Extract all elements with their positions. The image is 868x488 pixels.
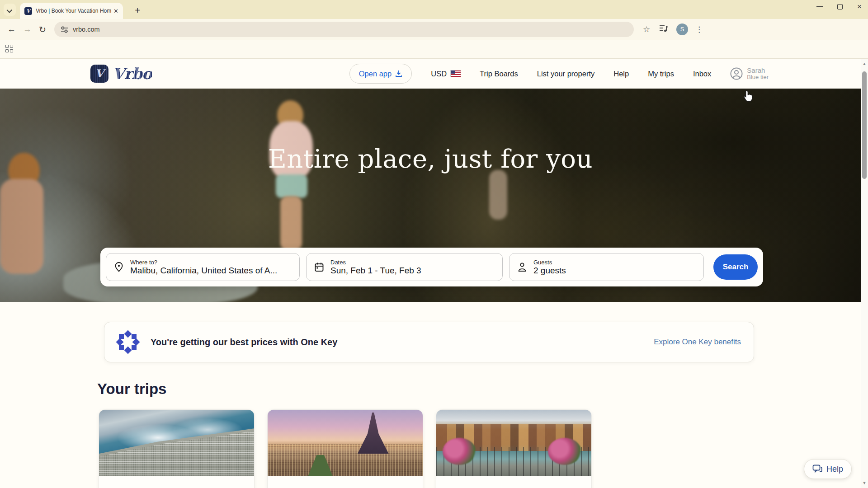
new-tab-button[interactable]: + [131,4,144,17]
window-controls: × [816,3,862,10]
trip-image-amsterdam [436,410,591,476]
scroll-down-icon[interactable]: ▼ [861,481,868,485]
maximize-icon[interactable] [837,4,843,9]
browser-window: V Vrbo | Book Your Vacation Hom ✕ + × ← … [0,0,868,488]
account-name: Sarah [747,66,769,74]
vrbo-favicon-icon: V [24,7,32,15]
dates-field[interactable]: Dates Sun, Feb 1 - Tue, Feb 3 [306,253,503,281]
account-menu[interactable]: Sarah Blue tier [730,66,769,81]
trip-card-paris[interactable]: Paris [267,409,423,488]
scrollbar-thumb[interactable] [862,71,867,179]
apps-grid-icon[interactable] [5,45,14,53]
vrbo-wordmark: Vrbo [113,66,152,81]
hero-banner: Entire place, just for you Where to? Mal… [0,89,861,302]
tab-strip: V Vrbo | Book Your Vacation Hom ✕ + × [0,0,868,19]
account-text: Sarah Blue tier [747,66,769,81]
browser-menu-icon[interactable]: ⋮ [695,25,703,34]
person-circle-icon [730,67,743,80]
search-bar: Where to? Malibu, California, United Sta… [100,248,763,286]
trip-card-los-angeles[interactable]: Los Angeles [99,409,255,488]
destination-label: Where to? [130,259,277,266]
hero-headline: Entire place, just for you [0,144,861,174]
search-button[interactable]: Search [713,254,758,280]
help-label: Help [826,465,843,474]
tab-title: Vrbo | Book Your Vacation Hom [36,8,112,14]
trip-image-paris [268,410,423,476]
tab-search-button[interactable] [4,4,16,16]
guests-label: Guests [533,259,566,266]
page-scrollbar[interactable]: ▲ ▼ [861,59,868,488]
destination-field[interactable]: Where to? Malibu, California, United Sta… [106,253,300,281]
vrbo-logo-icon: V [90,65,108,83]
browser-tab[interactable]: V Vrbo | Book Your Vacation Hom ✕ [20,3,123,19]
download-icon [395,70,402,77]
hero-photo-figure [0,179,43,274]
currency-label: USD [431,70,447,78]
trip-image-detail [308,455,333,476]
address-bar[interactable]: vrbo.com [54,22,634,37]
back-icon[interactable]: ← [7,24,16,34]
trip-image-detail [443,438,476,465]
trip-image-detail [548,438,581,465]
minimize-icon[interactable] [816,6,823,7]
one-key-logo-icon [117,331,139,353]
nav-trip-boards[interactable]: Trip Boards [480,70,518,78]
your-trips-title: Your trips [97,380,166,398]
guest-person-icon [517,262,528,272]
vrbo-page: V Vrbo Open app USD Trip Boards List you… [0,59,861,488]
url-text: vrbo.com [73,26,100,33]
guests-field[interactable]: Guests 2 guests [509,253,704,281]
destination-value: Malibu, California, United States of A..… [130,266,277,276]
media-controls-icon[interactable] [659,24,668,35]
vrbo-logo[interactable]: V Vrbo [90,65,152,83]
chat-bubble-icon [812,465,822,474]
help-button[interactable]: Help [804,459,852,479]
browser-profile-avatar[interactable]: S [676,23,688,35]
guests-value: 2 guests [533,266,566,276]
scroll-up-icon[interactable]: ▲ [861,61,868,66]
nav-help[interactable]: Help [613,70,629,78]
nav-my-trips[interactable]: My trips [648,70,674,78]
explore-one-key-link[interactable]: Explore One Key benefits [654,338,741,347]
trip-cards: Los Angeles Paris Amsterdam [99,409,592,488]
hero-photo-figure [277,100,303,130]
us-flag-icon [451,70,461,77]
site-nav: Open app USD Trip Boards List your prope… [349,64,769,84]
one-key-banner: You're getting our best prices with One … [104,322,754,362]
bookmarks-bar [0,40,868,59]
nav-inbox[interactable]: Inbox [693,70,711,78]
one-key-message: You're getting our best prices with One … [151,337,337,347]
nav-list-your-property[interactable]: List your property [537,70,594,78]
dates-label: Dates [330,259,421,266]
trip-image-coastline [99,410,254,476]
site-header: V Vrbo Open app USD Trip Boards List you… [0,59,861,89]
bookmark-star-icon[interactable]: ☆ [643,24,650,34]
chevron-down-icon [6,7,12,13]
hero-photo-figure [489,170,507,220]
open-app-button[interactable]: Open app [349,64,412,84]
calendar-icon [314,262,325,272]
browser-toolbar: ← → ↻ vrbo.com ☆ S ⋮ [0,19,868,40]
close-icon[interactable]: × [857,3,862,10]
currency-selector[interactable]: USD [431,70,461,78]
open-app-label: Open app [359,70,392,78]
dates-value: Sun, Feb 1 - Tue, Feb 3 [330,266,421,276]
tab-close-icon[interactable]: ✕ [113,8,118,14]
site-settings-icon[interactable] [61,26,68,33]
reload-icon[interactable]: ↻ [39,24,46,35]
hero-photo-figure [280,196,302,250]
account-tier: Blue tier [747,74,769,81]
location-pin-icon [113,262,124,272]
trip-card-amsterdam[interactable]: Amsterdam [436,409,592,488]
forward-icon[interactable]: → [23,24,32,34]
hero-photo-figure [276,174,307,198]
